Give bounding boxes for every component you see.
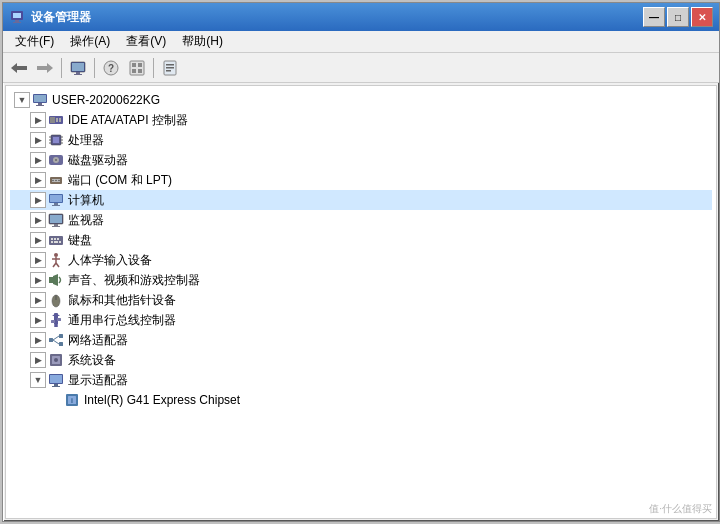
svg-rect-20 — [166, 64, 174, 66]
svg-rect-61 — [59, 241, 61, 243]
svg-rect-55 — [49, 236, 63, 245]
svg-rect-18 — [138, 69, 142, 73]
svg-rect-28 — [50, 117, 55, 123]
toolbar-separator-1 — [61, 58, 62, 78]
svg-rect-78 — [59, 342, 63, 346]
hid-label: 人体学输入设备 — [68, 252, 152, 269]
svg-rect-11 — [74, 74, 82, 75]
tree-view-content[interactable]: ▼ USER-20200622KG ▶ — [5, 85, 717, 519]
tree-item-mouse[interactable]: ▶ 鼠标和其他指针设备 — [10, 290, 712, 310]
hid-icon — [48, 252, 64, 268]
toolbar-separator-3 — [153, 58, 154, 78]
network-label: 网络适配器 — [68, 332, 128, 349]
svg-rect-86 — [54, 384, 58, 386]
root-expander[interactable]: ▼ — [14, 92, 30, 108]
system-expander[interactable]: ▶ — [30, 352, 46, 368]
svg-rect-15 — [132, 63, 136, 67]
svg-rect-48 — [50, 195, 62, 202]
tree-item-cpu[interactable]: ▶ 处理器 — [10, 130, 712, 150]
tree-item-computer[interactable]: ▶ 计算机 — [10, 190, 712, 210]
svg-rect-50 — [52, 205, 60, 206]
keyboard-expander[interactable]: ▶ — [30, 232, 46, 248]
minimize-button[interactable]: — — [643, 7, 665, 27]
display-icon — [48, 372, 64, 388]
svg-rect-1 — [13, 13, 21, 18]
display-expander[interactable]: ▼ — [30, 372, 46, 388]
tree-item-display[interactable]: ▼ 显示适配器 — [10, 370, 712, 390]
svg-rect-29 — [56, 118, 58, 122]
svg-point-62 — [54, 253, 58, 257]
svg-point-45 — [55, 180, 57, 182]
system-icon — [48, 352, 64, 368]
svg-rect-25 — [38, 103, 42, 105]
disk-label: 磁盘驱动器 — [68, 152, 128, 169]
svg-rect-9 — [72, 63, 84, 71]
tree-item-monitor[interactable]: ▶ 监视器 — [10, 210, 712, 230]
hid-expander[interactable]: ▶ — [30, 252, 46, 268]
svg-rect-16 — [138, 63, 142, 67]
svg-rect-10 — [76, 72, 80, 74]
svg-rect-17 — [132, 69, 136, 73]
computer-label: 计算机 — [68, 192, 104, 209]
mouse-label: 鼠标和其他指针设备 — [68, 292, 176, 309]
svg-marker-6 — [47, 63, 53, 73]
tree-root[interactable]: ▼ USER-20200622KG — [10, 90, 712, 110]
forward-button[interactable] — [33, 56, 57, 80]
toolbar-separator-2 — [94, 58, 95, 78]
svg-rect-58 — [57, 238, 59, 240]
display-label: 显示适配器 — [68, 372, 128, 389]
properties-button[interactable] — [158, 56, 182, 80]
network-expander[interactable]: ▶ — [30, 332, 46, 348]
tree-item-intel[interactable]: i Intel(R) G41 Express Chipset — [10, 390, 712, 410]
tree-item-keyboard[interactable]: ▶ 键盘 — [10, 230, 712, 250]
close-button[interactable]: ✕ — [691, 7, 713, 27]
tree-item-ide[interactable]: ▶ IDE ATA/ATAPI 控制器 — [10, 110, 712, 130]
keyboard-icon — [48, 232, 64, 248]
keyboard-label: 键盘 — [68, 232, 92, 249]
menu-file[interactable]: 文件(F) — [7, 31, 62, 52]
mouse-expander[interactable]: ▶ — [30, 292, 46, 308]
svg-rect-77 — [59, 334, 63, 338]
tree-item-usb[interactable]: ▶ 通用串行总线控制器 — [10, 310, 712, 330]
tree-item-disk[interactable]: ▶ 磁盘驱动器 — [10, 150, 712, 170]
computer-expander[interactable]: ▶ — [30, 192, 46, 208]
svg-point-46 — [58, 180, 60, 182]
system-label: 系统设备 — [68, 352, 116, 369]
back-button[interactable] — [7, 56, 31, 80]
ide-label: IDE ATA/ATAPI 控制器 — [68, 112, 188, 129]
tree-item-hid[interactable]: ▶ 人体学输入设备 — [10, 250, 712, 270]
cpu-expander[interactable]: ▶ — [30, 132, 46, 148]
root-label: USER-20200622KG — [52, 93, 160, 107]
menu-view[interactable]: 查看(V) — [118, 31, 174, 52]
menu-action[interactable]: 操作(A) — [62, 31, 118, 52]
svg-point-41 — [55, 159, 57, 161]
svg-rect-22 — [166, 70, 171, 72]
port-expander[interactable]: ▶ — [30, 172, 46, 188]
monitor-expander[interactable]: ▶ — [30, 212, 46, 228]
ide-expander[interactable]: ▶ — [30, 112, 46, 128]
scan-button[interactable] — [125, 56, 149, 80]
tree-item-port[interactable]: ▶ 端口 (COM 和 LPT) — [10, 170, 712, 190]
svg-rect-75 — [54, 325, 58, 327]
usb-label: 通用串行总线控制器 — [68, 312, 176, 329]
maximize-button[interactable]: □ — [667, 7, 689, 27]
tree-item-sound[interactable]: ▶ 声音、视频和游戏控制器 — [10, 270, 712, 290]
tree-item-network[interactable]: ▶ 网络适配器 — [10, 330, 712, 350]
cpu-icon — [48, 132, 64, 148]
sound-expander[interactable]: ▶ — [30, 272, 46, 288]
svg-rect-49 — [54, 203, 58, 205]
svg-marker-4 — [11, 63, 17, 73]
root-icon — [32, 92, 48, 108]
port-icon — [48, 172, 64, 188]
svg-text:i: i — [71, 397, 73, 404]
computer-button[interactable] — [66, 56, 90, 80]
usb-expander[interactable]: ▶ — [30, 312, 46, 328]
svg-rect-74 — [57, 318, 61, 321]
help-button[interactable]: ? — [99, 56, 123, 80]
disk-expander[interactable]: ▶ — [30, 152, 46, 168]
ide-icon — [48, 112, 64, 128]
svg-rect-73 — [51, 320, 55, 323]
tree-item-system[interactable]: ▶ 系统设备 — [10, 350, 712, 370]
svg-point-83 — [54, 358, 58, 362]
menu-help[interactable]: 帮助(H) — [174, 31, 231, 52]
